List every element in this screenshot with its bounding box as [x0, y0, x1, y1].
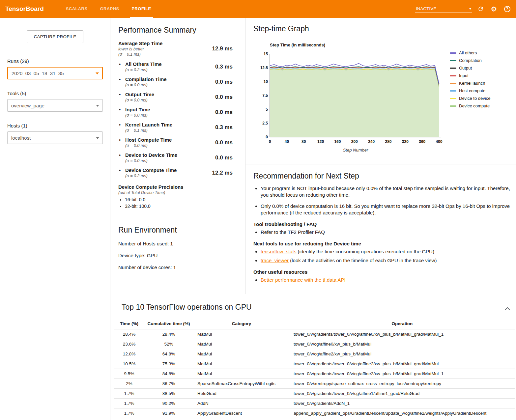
tools-select[interactable]: overview_page	[7, 99, 103, 112]
ops-table-cell: 90.2%	[144, 399, 193, 408]
faq-item: Refer to the TF2 Profiler FAQ	[261, 229, 511, 236]
faq-heading: Tool troubleshooting / FAQ	[253, 221, 511, 227]
main-content: Performance Summary Average Step Time lo…	[110, 18, 516, 420]
tools-select-value: overview_page	[11, 103, 44, 108]
resource-item: Better performance with the tf.data API	[261, 277, 511, 283]
recommendation-item: Only 0.0% of device computation is 16 bi…	[261, 203, 511, 216]
metric-row: •Device to Device Time (σ = 0.0 ms) 0.0 …	[118, 152, 237, 163]
tfdata-performance-link[interactable]: Better performance with the tf.data API	[261, 277, 346, 283]
dropdown-caret-icon	[96, 72, 99, 74]
performance-summary-title: Performance Summary	[118, 26, 237, 35]
metric-label: Host Compute Time	[125, 137, 172, 143]
legend-label: Compilation	[459, 58, 482, 63]
help-icon[interactable]: ?	[503, 5, 511, 13]
ops-table-cell: 9.5%	[114, 369, 144, 379]
next-tools-heading: Next tools to use for reducing the Devic…	[253, 241, 511, 246]
ops-table-cell: MatMul	[193, 369, 290, 379]
tab-graphs[interactable]: GRAPHS	[94, 0, 125, 18]
status-select-value: INACTIVE	[416, 6, 436, 11]
status-select[interactable]: INACTIVE ▾	[415, 5, 472, 13]
ops-table-row: 9.5%84.8%MatMultower_0/v/gradients/tower…	[114, 369, 515, 379]
svg-text:7.5: 7.5	[262, 93, 268, 98]
metric-row: •Output Time (σ = 0.0 ms) 0.0 ms	[118, 92, 237, 102]
metric-value: 12.2 ms	[212, 170, 233, 176]
ops-table-row: 1.7%90.2%AddNtower_0/v/gradients/AddN_1	[114, 399, 515, 408]
svg-text:280: 280	[385, 139, 391, 144]
metric-sigma: (σ = 0.0 ms)	[125, 158, 215, 163]
hosts-select[interactable]: localhost	[7, 131, 103, 144]
recommendation-panel: Recommendation for Next Step Your progra…	[245, 164, 516, 294]
metric-value: 12.9 ms	[212, 45, 233, 52]
ops-table-cell: append_apply_gradient_ops/GradientDescen…	[290, 408, 515, 418]
dropdown-caret-icon	[96, 137, 99, 139]
recommendation-item: Your program is NOT input-bound because …	[261, 185, 511, 199]
recommendation-list: Your program is NOT input-bound because …	[261, 185, 511, 216]
ops-table-cell: MatMul	[193, 349, 290, 359]
metric-value: 0.0 ms	[215, 109, 233, 116]
ops-header-category: Category	[193, 319, 290, 329]
ops-table-cell: 1.7%	[114, 408, 144, 418]
ops-header-cumulative: Cumulative time (%)	[144, 319, 193, 329]
bullet-icon: •	[119, 92, 125, 97]
metric-label: Input Time	[125, 107, 150, 112]
step-time-chart-svg: 02.557.51012.515040801201602002402803203…	[257, 50, 444, 154]
right-column: Step-time Graph Step Time (in millisecon…	[245, 18, 516, 294]
chevron-up-icon[interactable]	[503, 305, 511, 313]
svg-text:120: 120	[317, 139, 324, 144]
capture-profile-button[interactable]: CAPTURE PROFILE	[27, 30, 83, 43]
metric-label: Output Time	[125, 92, 154, 97]
dropdown-caret-icon	[96, 105, 99, 107]
dropdown-caret-icon: ▾	[469, 7, 471, 11]
env-line: Number of device cores: 1	[118, 265, 237, 270]
metric-sigma: (σ = 0.0 ms)	[125, 98, 215, 102]
ops-table-row: 12.8%64.8%MatMultower_0/v/cg/affine2/xw_…	[114, 349, 515, 359]
metric-note: lower is better	[118, 47, 212, 51]
legend-swatch-icon	[450, 75, 456, 76]
recommendation-title: Recommendation for Next Step	[253, 172, 511, 181]
legend-swatch-icon	[450, 90, 456, 92]
metric-row: •Compilation Time (σ = 0.0 ms) 0.0 ms	[118, 76, 237, 87]
legend-label: Input	[459, 73, 469, 78]
metric-sigma: (σ = 0.1 ms)	[118, 52, 212, 57]
tensorflow-stats-link[interactable]: tensorflow_stats	[261, 249, 296, 254]
metric-value: 0.0 ms	[215, 79, 233, 85]
metric-row: •Device Compute Time (σ = 0.2 ms) 12.2 m…	[118, 167, 237, 178]
ops-table-row: 1.7%91.9%ApplyGradientDescentappend_appl…	[114, 408, 515, 418]
ops-table-cell: tower_0/v/gradients/tower_0/v/cg/affine2…	[290, 359, 515, 369]
metric-row: •All Others Time (σ = 0.2 ms) 0.3 ms	[118, 61, 237, 72]
svg-text:320: 320	[402, 139, 409, 144]
svg-text:400: 400	[436, 139, 443, 144]
legend-swatch-icon	[450, 52, 456, 54]
trace-viewer-link[interactable]: trace_viewer	[261, 258, 289, 263]
ops-table-cell: tower_0/v/cg/affine0/xw_plus_b/MatMul	[290, 339, 515, 349]
svg-text:2.5: 2.5	[262, 121, 268, 126]
ops-table-row: 10.5%75.3%MatMultower_0/v/gradients/towe…	[114, 359, 515, 369]
metric-label: Device Compute Time	[125, 167, 177, 173]
ops-table-cell: 28.4%	[144, 329, 193, 339]
tab-scalars[interactable]: SCALARS	[60, 0, 94, 18]
ops-table-cell: tower_0/v/xentropy/sparse_softmax_cross_…	[290, 379, 515, 389]
topbar-actions: INACTIVE ▾ ⚙ ?	[415, 5, 511, 13]
svg-text:80: 80	[301, 139, 306, 144]
tab-profile[interactable]: PROFILE	[126, 0, 158, 18]
svg-text:Step Number: Step Number	[343, 148, 368, 153]
precisions-note: (out of Total Device Time)	[118, 190, 237, 195]
env-line: Number of Hosts used: 1	[118, 241, 237, 246]
gear-icon[interactable]: ⚙	[490, 5, 498, 13]
ops-table-cell: MatMul	[193, 359, 290, 369]
run-environment-panel: Run Environment Number of Hosts used: 1 …	[110, 217, 245, 279]
ops-table-cell: tower_0/v/gradients/tower_0/v/cg/affine2…	[290, 369, 515, 379]
metric-value: 0.0 ms	[215, 139, 233, 146]
metric-sigma: (σ = 0.0 ms)	[125, 113, 215, 118]
ops-table-cell: 86.7%	[144, 379, 193, 389]
app-title: TensorBoard	[5, 5, 44, 13]
ops-table-row: 23.6%52%MatMultower_0/v/cg/affine0/xw_pl…	[114, 339, 515, 349]
metric-row: •Input Time (σ = 0.0 ms) 0.0 ms	[118, 107, 237, 118]
runs-select[interactable]: 2020_03_05_18_31_35	[7, 67, 103, 79]
ops-table-cell: SparseSoftmaxCrossEntropyWithLogits	[193, 379, 290, 389]
ops-table-cell: 88.5%	[144, 389, 193, 399]
refresh-icon[interactable]	[476, 5, 485, 13]
legend-swatch-icon	[450, 68, 456, 69]
ops-table-cell: 28.4%	[114, 329, 144, 339]
svg-text:5: 5	[266, 107, 268, 112]
